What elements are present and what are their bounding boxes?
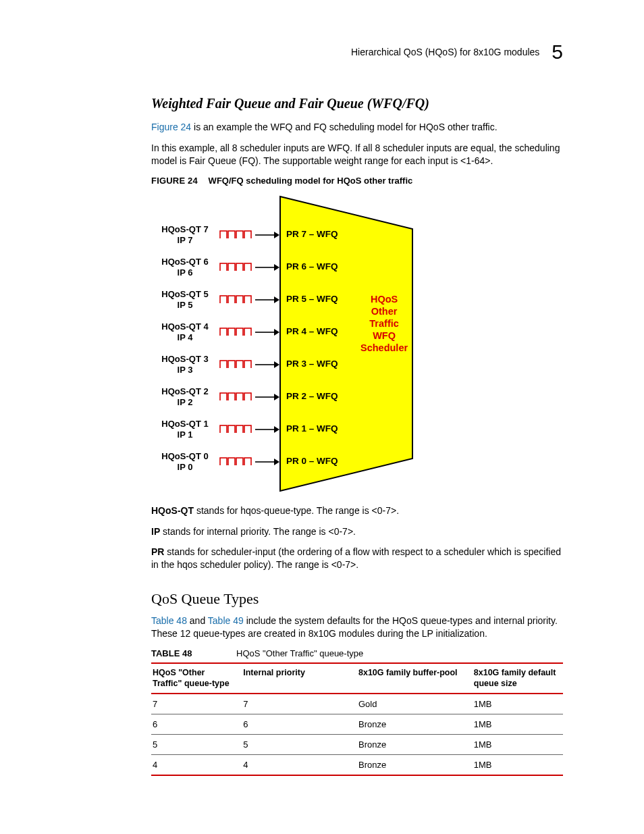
table-cell: 7 (151, 694, 242, 714)
table-cell: 7 (242, 694, 357, 714)
queue-icon (219, 392, 254, 400)
table-header: 8x10G family default queue size (473, 663, 563, 694)
table-caption-text: HQoS "Other Traffic" queue-type (236, 648, 363, 658)
page-header: Hierarchical QoS (HQoS) for 8x10G module… (151, 41, 563, 63)
table-cell: 1MB (473, 735, 563, 755)
term: HQoS-QT (151, 505, 194, 516)
figure-caption-text: WFQ/FQ scheduling model for HQoS other t… (209, 176, 413, 186)
svg-rect-25 (220, 361, 227, 368)
svg-rect-43 (220, 458, 227, 465)
table-cell: 6 (151, 714, 242, 735)
svg-rect-45 (236, 458, 243, 465)
diagram-row: HQoS-QT 5IP 5 (161, 287, 279, 314)
queue-label: HQoS-QT 4IP 4 (155, 321, 215, 344)
section-heading-wfq: Weighted Fair Queue and Fair Queue (WFQ/… (151, 96, 563, 111)
table-cell: 4 (242, 755, 357, 776)
figure-caption: FIGURE 24 WFQ/FQ scheduling model for HQ… (151, 176, 563, 186)
table-header: 8x10G family buffer-pool (357, 663, 473, 694)
svg-rect-16 (244, 296, 251, 303)
diagram-row: HQoS-QT 7IP 7 (161, 222, 279, 249)
svg-rect-2 (228, 231, 235, 238)
queue-label: HQoS-QT 5IP 5 (155, 289, 215, 311)
paragraph: Table 48 and Table 49 include the system… (151, 615, 563, 640)
table-row: 55Bronze1MB (151, 735, 563, 755)
svg-marker-12 (274, 264, 279, 271)
arrow-icon (255, 295, 279, 303)
diagram-row: HQoS-QT 2IP 2 (161, 384, 279, 411)
note: IP stands for internal priority. The ran… (151, 525, 563, 538)
priority-label: PR 2 – WFQ (286, 391, 338, 401)
svg-rect-1 (220, 231, 227, 238)
arrow-icon (255, 360, 279, 368)
arrow-icon (255, 392, 279, 400)
wfq-diagram: HQoS Other Traffic WFQ Scheduler HQoS-QT… (161, 195, 437, 492)
priority-label: PR 0 – WFQ (286, 456, 338, 466)
svg-rect-20 (228, 328, 235, 336)
svg-rect-7 (220, 263, 227, 271)
svg-marker-6 (274, 232, 279, 238)
svg-marker-48 (274, 459, 279, 465)
svg-rect-4 (244, 231, 251, 238)
arrow-icon (255, 230, 279, 238)
scheduler-label: HQoS Other Traffic WFQ Scheduler (360, 293, 408, 355)
svg-rect-9 (236, 263, 243, 271)
svg-marker-36 (274, 394, 279, 400)
svg-rect-31 (220, 393, 227, 400)
paragraph: In this example, all 8 scheduler inputs … (151, 142, 563, 167)
table-header: Internal priority (242, 663, 357, 694)
queue-icon (219, 425, 254, 433)
chapter-number: 5 (552, 41, 563, 63)
table-cell: 1MB (473, 694, 563, 714)
queue-label: HQoS-QT 1IP 1 (155, 419, 215, 441)
table-row: 66Bronze1MB (151, 714, 563, 735)
table-49-link[interactable]: Table 49 (208, 615, 244, 626)
table-row: 44Bronze1MB (151, 755, 563, 776)
queue-icon (219, 295, 254, 303)
svg-rect-44 (228, 458, 235, 465)
table-cell: 5 (151, 735, 242, 755)
table-caption: TABLE 48 HQoS "Other Traffic" queue-type (151, 648, 563, 658)
table-48: HQoS "Other Traffic" queue-type Internal… (151, 662, 563, 776)
svg-rect-10 (244, 263, 251, 271)
queue-label: HQoS-QT 0IP 0 (155, 451, 215, 473)
table-48-link[interactable]: Table 48 (151, 615, 187, 626)
svg-rect-37 (220, 425, 227, 433)
svg-rect-39 (236, 425, 243, 433)
svg-rect-13 (220, 296, 227, 303)
note: PR stands for scheduler-input (the order… (151, 546, 563, 571)
priority-label: PR 4 – WFQ (286, 326, 338, 336)
section-heading-queue-types: QoS Queue Types (151, 590, 563, 608)
note: HQoS-QT stands for hqos-queue-type. The … (151, 504, 563, 517)
svg-rect-46 (244, 458, 251, 465)
figure-24-link[interactable]: Figure 24 (151, 122, 191, 132)
svg-marker-30 (274, 361, 279, 368)
diagram-row: HQoS-QT 3IP 3 (161, 352, 279, 379)
arrow-icon (255, 263, 279, 271)
table-header: HQoS "Other Traffic" queue-type (151, 663, 242, 694)
svg-rect-19 (220, 328, 227, 336)
priority-label: PR 3 – WFQ (286, 359, 338, 369)
svg-marker-18 (274, 296, 279, 303)
table-cell: 1MB (473, 714, 563, 735)
diagram-row: HQoS-QT 1IP 1 (161, 417, 279, 444)
table-cell: Bronze (357, 735, 473, 755)
table-cell: 1MB (473, 755, 563, 776)
svg-rect-22 (244, 328, 251, 336)
diagram-row: HQoS-QT 4IP 4 (161, 319, 279, 346)
arrow-icon (255, 328, 279, 336)
queue-icon (219, 360, 254, 368)
svg-rect-34 (244, 393, 251, 400)
paragraph: Figure 24 is an example the WFQ and FQ s… (151, 121, 563, 134)
svg-rect-26 (228, 361, 235, 368)
svg-rect-14 (228, 296, 235, 303)
arrow-icon (255, 457, 279, 465)
svg-marker-24 (274, 329, 279, 336)
header-title: Hierarchical QoS (HQoS) for 8x10G module… (351, 47, 539, 57)
priority-label: PR 7 – WFQ (286, 229, 338, 239)
svg-rect-32 (228, 393, 235, 400)
table-cell: 6 (242, 714, 357, 735)
text: stands for internal priority. The range … (160, 526, 356, 537)
priority-label: PR 6 – WFQ (286, 261, 338, 271)
arrow-icon (255, 425, 279, 433)
svg-rect-3 (236, 231, 243, 238)
